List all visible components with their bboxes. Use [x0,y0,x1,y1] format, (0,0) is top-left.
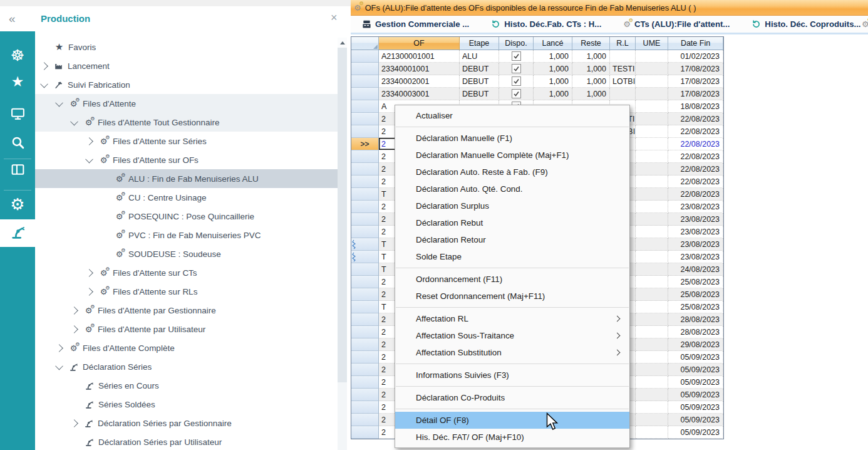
tree-item[interactable]: ⚙⚙Files d'Attente [35,94,338,113]
menu-item[interactable]: Informations Suivies (F3) [395,367,629,384]
chevron-right-icon[interactable] [70,325,78,333]
tree-scrollbar[interactable] [338,38,347,450]
menu-item[interactable]: Déclaration Rebut [395,214,629,231]
tree-item[interactable]: Déclaration Séries par Utilisateur [35,432,338,450]
tree-item[interactable]: ⚙⚙Files d'Attente sur Séries [35,132,338,150]
menu-item[interactable]: Déclaration Manuelle Complète (Maj+F1) [395,147,629,164]
tree-item[interactable]: ⚙⚙CU : Centre Usinage [35,188,338,207]
tree-item[interactable]: ⚙⚙Files d'Attente par Gestionnaire [35,301,338,320]
row-selector[interactable] [351,288,379,301]
row-selector[interactable] [351,414,379,426]
menu-item[interactable]: Détail OF (F8) [395,412,629,429]
tree-item[interactable]: ⚙⚙POSEQUINC : Pose Quincaillerie [35,207,338,226]
menu-item[interactable]: Solde Etape [395,248,629,265]
scroll-up-button[interactable] [338,38,347,48]
column-header-reste[interactable]: Reste [572,37,610,50]
chevron-down-icon[interactable] [55,98,63,107]
tree-item[interactable]: Déclaration Séries [35,357,338,376]
tree-item[interactable]: ⚙⚙PVC : Fin de Fab Menuiseries PVC [35,226,338,244]
dispo-checkbox[interactable] [512,89,521,98]
menu-item[interactable]: Déclaration Retour [395,231,629,248]
chevron-right-icon[interactable] [85,288,93,296]
chevron-down-icon[interactable] [70,117,78,125]
table-row[interactable]: 23340002001DEBUT1,0001,000LOTBI17/08/202… [351,75,723,88]
table-row[interactable]: 23340003001DEBUT1,0001,00017/08/2023 [351,88,723,100]
column-header-etape[interactable]: Etape [460,37,499,50]
tree-item[interactable]: ⚙⚙Files d'Attente Complète [35,338,338,357]
row-selector[interactable] [351,201,379,213]
chevron-down-icon[interactable] [40,80,48,88]
chevron-right-icon[interactable] [55,344,63,352]
scrollbar-thumb[interactable] [338,48,347,382]
row-selector[interactable] [351,351,379,364]
menu-item[interactable]: Déclaration Surplus [395,197,629,214]
tree-item[interactable]: ⚙⚙Files d'Attente par Utilisateur [35,320,338,338]
rail-monitor-button[interactable] [0,101,35,128]
chevron-right-icon[interactable] [70,306,78,315]
tree-item[interactable]: Séries en Cours [35,376,338,395]
panel-close-button[interactable]: × [331,11,338,24]
column-header-rl[interactable]: R.L [610,37,636,50]
dispo-checkbox[interactable] [512,51,521,61]
menu-item[interactable]: Actualiser [395,107,629,124]
row-selector[interactable] [351,426,379,439]
menu-item[interactable]: Reset Ordonnancement (Maj+F11) [395,288,629,305]
menu-item[interactable]: Affectation RL [395,310,629,327]
chevron-down-icon[interactable] [55,362,63,370]
dispo-checkbox[interactable] [512,64,521,73]
menu-item[interactable]: Ordonnancement (F11) [395,271,629,288]
tree-item[interactable]: Lancement [35,56,338,75]
select-all-header[interactable] [351,37,379,50]
row-selector[interactable] [351,364,379,376]
tree-item[interactable]: Séries Soldées [35,395,338,414]
chevron-right-icon[interactable] [70,419,78,427]
row-selector[interactable] [351,50,379,63]
column-header-date[interactable]: Date Fin [668,37,723,50]
row-selector[interactable] [351,338,379,351]
menu-item[interactable]: Déclaration Auto. Reste à Fab. (F9) [395,164,629,181]
partial-tab-icon[interactable]: ⚙⚙ [862,18,868,29]
row-selector[interactable] [351,100,379,113]
row-selector[interactable] [351,125,379,138]
row-selector[interactable] [351,188,379,201]
row-selector[interactable] [351,150,379,163]
rail-gear-button[interactable]: ⚙ [0,191,35,218]
tree-item[interactable]: ⚙⚙Files d'Attente sur OFs [35,150,338,169]
row-selector[interactable] [351,163,379,175]
rail-helm-button[interactable]: ☸ [0,41,35,69]
tree-item[interactable]: ⚙⚙SOUDEUSE : Soudeuse [35,244,338,263]
menu-item[interactable]: His. Déc. FAT/ OF (Maj+F10) [395,429,629,446]
row-selector[interactable]: >> [351,138,379,150]
menu-item[interactable]: Affectation Sous-Traitance [395,327,629,344]
menu-item[interactable]: Déclaration Co-Produits [395,389,629,406]
tab[interactable]: Histo. Déc.Fab. CTs : H... [491,19,601,29]
tree-item[interactable]: ★Favoris [35,38,338,56]
column-header-lance[interactable]: Lancé [534,37,572,50]
row-selector[interactable] [351,113,379,125]
chevron-right-icon[interactable] [85,137,93,145]
tree-item[interactable]: ⚙⚙ALU : Fin de Fab Menuiseries ALU [35,169,338,188]
row-selector[interactable] [351,326,379,338]
row-selector[interactable] [351,263,379,276]
chevron-down-icon[interactable] [85,155,93,163]
row-selector[interactable] [351,251,379,263]
row-selector[interactable] [351,276,379,288]
table-row[interactable]: 23340001001DEBUT1,0001,000TESTI17/08/202… [351,63,723,75]
column-header-ume[interactable]: UME [636,37,668,50]
row-selector[interactable] [351,376,379,389]
tree-item[interactable]: ⚙⚙Files d'Attente sur RLs [35,282,338,301]
table-row[interactable]: A21300001001ALU1,0001,00001/02/2023 [351,50,723,63]
tree-item[interactable]: ⚙⚙Files d'Attente sur CTs [35,263,338,282]
tab[interactable]: Gestion Commerciale ... [362,19,469,29]
column-header-of[interactable]: OF [379,37,460,50]
tree-item[interactable]: Suivi Fabrication [35,75,338,94]
chevron-right-icon[interactable] [40,62,48,70]
row-selector[interactable] [351,63,379,75]
row-selector[interactable] [351,238,379,251]
row-selector[interactable] [351,213,379,226]
tree-item[interactable]: ⚙⚙Files d'Attente Tout Gestionnaire [35,113,338,132]
row-selector[interactable] [351,313,379,326]
menu-item[interactable]: Affectation Substitution [395,344,629,361]
row-selector[interactable] [351,301,379,313]
rail-columns-button[interactable] [0,157,35,184]
